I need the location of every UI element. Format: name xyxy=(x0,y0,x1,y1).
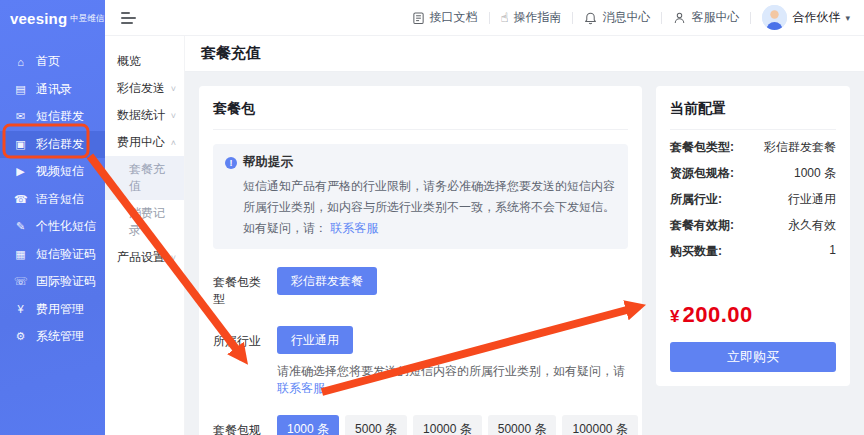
industry-chip[interactable]: 行业通用 xyxy=(277,326,353,354)
sidebar-item-label: 短信群发 xyxy=(36,108,84,125)
submenu-label: 费用中心 xyxy=(117,134,165,151)
personalized-sms-icon: ✎ xyxy=(14,220,27,233)
info-icon: ! xyxy=(225,157,237,169)
sms-bulk-icon: ✉ xyxy=(14,110,27,123)
brand-logo[interactable]: veesing 中昱维信 xyxy=(0,0,105,36)
sidebar-item-video-sms[interactable]: ▶ 视频短信 xyxy=(0,158,105,186)
topbar-link-label: 操作指南 xyxy=(513,9,561,26)
form-row-type: 套餐包类型 彩信群发套餐 xyxy=(213,267,628,308)
chevron-down-icon: ▾ xyxy=(845,13,850,23)
sidebar-item-sms-captcha[interactable]: ▦ 短信验证码 xyxy=(0,241,105,269)
buy-now-button[interactable]: 立即购买 xyxy=(670,342,836,372)
sidebar-item-label: 短信验证码 xyxy=(36,246,96,263)
user-menu[interactable]: 合作伙伴 ▾ xyxy=(762,5,850,30)
billing-icon: ¥ xyxy=(14,303,27,315)
summary-value: 行业通用 xyxy=(788,191,836,208)
chevron-down-icon: ˅ xyxy=(171,84,176,94)
form-row-industry: 所属行业 行业通用 请准确选择您将要发送的短信内容的所属行业类别，如有疑问，请 … xyxy=(213,326,628,397)
sidebar-item-label: 费用管理 xyxy=(36,301,84,318)
summary-row-type: 套餐包类型: 彩信群发套餐 xyxy=(670,139,836,156)
main-area: 套餐充值 套餐包 ! 帮助提示 短信通知产品有严格的行业限制，请务必准确选择您要… xyxy=(185,36,864,435)
spec-chip-1000[interactable]: 1000 条 xyxy=(277,415,339,435)
chevron-up-icon: ˄ xyxy=(171,138,176,148)
submenu-label: 套餐充值 xyxy=(129,162,165,193)
divider xyxy=(489,12,490,24)
topbar-link-label: 消息中心 xyxy=(602,9,650,26)
submenu-label: 产品设置 xyxy=(117,249,165,266)
chevron-down-icon: ˅ xyxy=(171,111,176,121)
contacts-icon: ▤ xyxy=(14,83,27,96)
form-label: 套餐包规格 xyxy=(213,415,267,435)
spec-chip-50000[interactable]: 50000 条 xyxy=(488,415,557,435)
currency-symbol: ¥ xyxy=(670,307,679,327)
submenu-item-stats[interactable]: 数据统计 ˅ xyxy=(105,102,184,129)
summary-row-industry: 所属行业: 行业通用 xyxy=(670,191,836,208)
submenu-label: 彩信发送 xyxy=(117,80,165,97)
help-title: 帮助提示 xyxy=(243,154,293,171)
sidebar-item-system[interactable]: ⚙ 系统管理 xyxy=(0,323,105,351)
sidebar-item-contacts[interactable]: ▤ 通讯录 xyxy=(0,76,105,104)
topbar-right: 接口文档 ☝ 操作指南 消息中心 客服中心 xyxy=(412,5,850,30)
hand-icon: ☝ xyxy=(501,11,509,24)
sidebar-item-label: 视频短信 xyxy=(36,163,84,180)
divider xyxy=(572,12,573,24)
submenu-item-overview[interactable]: 概览 xyxy=(105,48,184,75)
brand-name: veesing xyxy=(10,10,67,27)
summary-value: 1000 条 xyxy=(794,165,836,182)
submenu-item-product-settings[interactable]: 产品设置 ˅ xyxy=(105,244,184,271)
topbar-link-guide[interactable]: ☝ 操作指南 xyxy=(501,9,562,26)
contact-support-link[interactable]: 联系客服 xyxy=(277,381,325,395)
contact-support-link[interactable]: 联系客服 xyxy=(330,221,378,235)
bell-icon xyxy=(584,11,597,25)
submenu-item-mms-send[interactable]: 彩信发送 ˅ xyxy=(105,75,184,102)
topbar-link-messages[interactable]: 消息中心 xyxy=(584,9,650,26)
form-label: 所属行业 xyxy=(213,326,267,350)
secondary-sidebar: 概览 彩信发送 ˅ 数据统计 ˅ 费用中心 ˄ 套餐充值 消费记录 产品设置 ˅ xyxy=(105,36,185,435)
summary-row-validity: 套餐有效期: 永久有效 xyxy=(670,217,836,234)
summary-row-spec: 资源包规格: 1000 条 xyxy=(670,165,836,182)
submenu-label: 数据统计 xyxy=(117,107,165,124)
sidebar-item-home[interactable]: ⌂ 首页 xyxy=(0,48,105,76)
sidebar-item-label: 语音短信 xyxy=(36,191,84,208)
spec-chip-5000[interactable]: 5000 条 xyxy=(345,415,407,435)
sidebar-item-label: 彩信群发 xyxy=(36,136,84,153)
sidebar-item-label: 系统管理 xyxy=(36,328,84,345)
price-amount: 200.00 xyxy=(682,302,752,328)
sidebar-item-mms-bulk[interactable]: ▣ 彩信群发 xyxy=(0,131,105,159)
sidebar-item-voice-sms[interactable]: ☎ 语音短信 xyxy=(0,186,105,214)
submenu-item-recharge[interactable]: 套餐充值 xyxy=(105,156,184,200)
system-icon: ⚙ xyxy=(14,330,27,343)
topbar-link-support[interactable]: 客服中心 xyxy=(673,9,739,26)
spec-chip-10000[interactable]: 10000 条 xyxy=(413,415,482,435)
mms-bulk-icon: ▣ xyxy=(14,138,27,151)
submenu-item-records[interactable]: 消费记录 xyxy=(105,200,184,244)
content: 套餐包 ! 帮助提示 短信通知产品有严格的行业限制，请务必准确选择您要发送的短信… xyxy=(185,72,864,435)
collapse-menu-icon[interactable] xyxy=(119,8,138,28)
submenu-label: 概览 xyxy=(117,53,141,70)
help-tip-box: ! 帮助提示 短信通知产品有严格的行业限制，请务必准确选择您要发送的短信内容所属… xyxy=(213,144,628,249)
package-card-title: 套餐包 xyxy=(213,100,628,130)
sidebar-item-intl-captcha[interactable]: ☏ 国际验证码 xyxy=(0,268,105,296)
user-name: 合作伙伴 xyxy=(792,9,840,26)
sidebar-item-label: 国际验证码 xyxy=(36,273,96,290)
sidebar-item-billing[interactable]: ¥ 费用管理 xyxy=(0,296,105,324)
submenu-item-billing-center[interactable]: 费用中心 ˄ xyxy=(105,129,184,156)
package-card: 套餐包 ! 帮助提示 短信通知产品有严格的行业限制，请务必准确选择您要发送的短信… xyxy=(199,86,642,435)
topbar-link-api-docs[interactable]: 接口文档 xyxy=(412,9,478,26)
sms-captcha-icon: ▦ xyxy=(14,248,27,261)
spec-chip-100000[interactable]: 100000 条 xyxy=(562,415,637,435)
sidebar-item-personalized-sms[interactable]: ✎ 个性化短信 xyxy=(0,213,105,241)
sidebar-item-label: 个性化短信 xyxy=(36,218,96,235)
summary-value: 彩信群发套餐 xyxy=(764,139,836,156)
home-icon: ⌂ xyxy=(14,56,27,68)
video-sms-icon: ▶ xyxy=(14,165,27,178)
document-icon xyxy=(412,11,425,25)
voice-sms-icon: ☎ xyxy=(14,193,27,206)
page-title: 套餐充值 xyxy=(185,36,864,72)
sidebar-item-sms-bulk[interactable]: ✉ 短信群发 xyxy=(0,103,105,131)
sidebar-item-label: 通讯录 xyxy=(36,81,72,98)
industry-hint: 请准确选择您将要发送的短信内容的所属行业类别，如有疑问，请 联系客服 xyxy=(277,363,628,397)
package-type-chip[interactable]: 彩信群发套餐 xyxy=(277,267,377,295)
divider xyxy=(750,12,751,24)
topbar-link-label: 客服中心 xyxy=(691,9,739,26)
